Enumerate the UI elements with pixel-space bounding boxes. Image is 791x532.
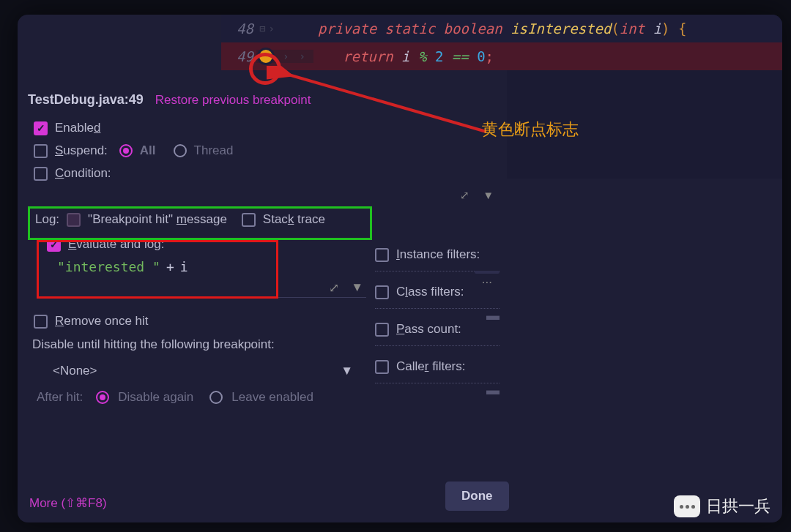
- chevron-icon: ›: [268, 23, 274, 34]
- suspend-all-label: All: [140, 143, 156, 158]
- code-editor[interactable]: 48 ⊟ › private static boolean isInterest…: [221, 15, 782, 70]
- chevron-icon: ›: [283, 50, 289, 62]
- class-filters-checkbox[interactable]: [375, 285, 389, 299]
- chevron-icon: ›: [299, 50, 305, 62]
- ide-window: 48 ⊟ › private static boolean isInterest…: [18, 15, 782, 522]
- dropdown-icon[interactable]: ▼: [483, 189, 494, 202]
- disable-again-radio[interactable]: [96, 391, 109, 404]
- fold-icon[interactable]: ⊟: [259, 23, 265, 34]
- expand-icon[interactable]: ⤢: [329, 280, 339, 296]
- code-line-48: 48 ⊟ › private static boolean isInterest…: [221, 15, 782, 42]
- code-line-49: 49 › › return i % 2 == 0;: [221, 42, 782, 70]
- pass-count-checkbox[interactable]: [375, 323, 389, 337]
- done-button[interactable]: Done: [445, 482, 509, 511]
- class-filters-row: Class filters:: [375, 285, 514, 299]
- annotation-green-box: [28, 206, 372, 240]
- after-hit-label: After hit:: [37, 390, 83, 405]
- condition-expand: ⤢ ▼: [28, 189, 507, 202]
- suspend-thread-label: Thread: [194, 143, 234, 158]
- annotation-red-box: [37, 240, 278, 299]
- caller-filters-checkbox[interactable]: [375, 360, 389, 374]
- breakpoint-header: TestDebug.java:49 Restore previous break…: [28, 92, 507, 108]
- chat-icon: [674, 495, 700, 517]
- code-text: private static boolean isInterested(int …: [313, 20, 782, 37]
- enabled-row[interactable]: Enabled: [34, 121, 507, 135]
- disable-again-label: Disable again: [118, 390, 193, 405]
- annotation-text: 黄色断点标志: [482, 119, 579, 141]
- expand-icon[interactable]: ⤢: [460, 189, 469, 202]
- class-filters-label: Class filters:: [396, 285, 464, 299]
- gutter-icons[interactable]: ⊟ ›: [256, 23, 313, 34]
- instance-filters-checkbox[interactable]: [375, 248, 389, 262]
- instance-filters-row: Instance filters:: [375, 247, 514, 262]
- caller-filters-row: Caller filters:: [375, 359, 514, 374]
- dropdown-icon[interactable]: ▼: [351, 280, 363, 296]
- ellipsis-button[interactable]: ...: [475, 271, 500, 274]
- suspend-row: Suspend: All Thread: [34, 143, 507, 158]
- suspend-checkbox[interactable]: [34, 144, 48, 158]
- class-filters-input[interactable]: ▬: [375, 308, 500, 309]
- dropdown-icon[interactable]: ▼: [341, 364, 353, 378]
- instance-filters-input[interactable]: ...: [375, 271, 500, 271]
- line-number: 48: [221, 20, 256, 37]
- pass-count-row: Pass count:: [375, 322, 514, 337]
- remove-label: Remove once hit: [55, 314, 149, 329]
- instance-filters-label: Instance filters:: [396, 247, 480, 262]
- caller-filters-input[interactable]: ▬: [375, 383, 500, 383]
- pass-count-input[interactable]: [375, 345, 500, 346]
- suspend-thread-radio[interactable]: [174, 144, 187, 157]
- annotation-circle: [249, 53, 281, 85]
- breakpoint-title: TestDebug.java:49: [28, 92, 144, 108]
- suspend-label: Suspend:: [55, 143, 108, 158]
- none-option: <None>: [53, 364, 97, 378]
- watermark: 日拱一兵: [674, 495, 770, 517]
- suspend-all-radio[interactable]: [119, 144, 133, 157]
- more-link[interactable]: More (⇧⌘F8): [29, 495, 107, 511]
- enabled-label: Enabled: [55, 121, 100, 135]
- pass-count-label: Pass count:: [396, 322, 461, 337]
- leave-enabled-label: Leave enabled: [231, 390, 313, 405]
- condition-checkbox[interactable]: [34, 167, 48, 181]
- restore-link[interactable]: Restore previous breakpoint: [155, 93, 311, 108]
- leave-enabled-radio[interactable]: [209, 391, 223, 404]
- disable-until-select[interactable]: <None> ▼: [45, 358, 360, 384]
- remove-checkbox[interactable]: [34, 315, 48, 329]
- caller-filters-label: Caller filters:: [396, 359, 465, 374]
- code-text: return i % 2 == 0;: [313, 48, 782, 64]
- condition-label: Condition:: [55, 166, 111, 181]
- condition-row: Condition:: [34, 166, 507, 181]
- filters-column: Instance filters: ... Class filters: ▬ P…: [375, 247, 514, 397]
- watermark-text: 日拱一兵: [706, 495, 770, 517]
- enabled-checkbox[interactable]: [34, 121, 48, 135]
